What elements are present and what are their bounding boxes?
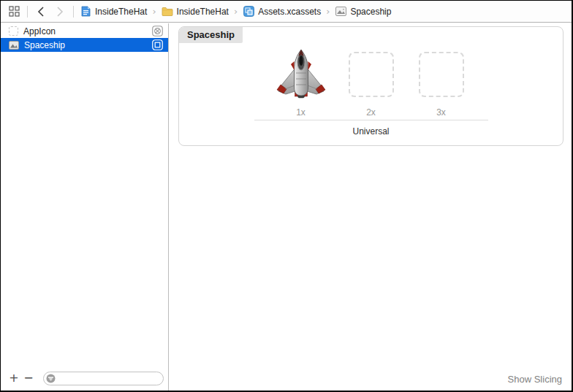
breadcrumb-separator: › [234, 6, 238, 17]
filter-icon [46, 374, 56, 383]
chevron-left-icon [35, 6, 47, 18]
breadcrumb-label: Spaceship [350, 7, 391, 17]
sidebar-item-label: Spaceship [24, 40, 65, 50]
idiom-divider [254, 120, 488, 120]
sidebar-item-label: AppIcon [23, 26, 56, 36]
breadcrumb-label: Assets.xcassets [258, 7, 321, 17]
asset-detail-area: Spaceship [170, 23, 572, 391]
jumpbar-divider [27, 6, 28, 18]
filter-input[interactable] [56, 373, 163, 384]
jumpbar-divider [73, 6, 74, 18]
chevron-right-icon [54, 6, 66, 18]
empty-image-well [349, 52, 394, 97]
image-set-name-chip: Spaceship [179, 27, 243, 43]
scale-label-2x: 2x [349, 107, 394, 118]
image-set-card: Spaceship [178, 26, 563, 146]
breadcrumb-separator: › [152, 6, 156, 17]
related-items-button[interactable] [7, 4, 21, 19]
add-asset-button[interactable]: + [7, 372, 21, 385]
folder-icon [162, 6, 173, 18]
breadcrumb-project[interactable]: InsideTheHat [80, 6, 147, 18]
scale-slots-row: 1x 2x 3x [179, 52, 563, 97]
image-set-thumb-icon [9, 41, 19, 50]
image-icon [335, 6, 346, 18]
breadcrumb-label: InsideTheHat [177, 7, 229, 17]
navigate-forward-button[interactable] [53, 4, 67, 19]
asset-catalog-icon [243, 6, 254, 18]
xcode-asset-catalog-window: InsideTheHat › InsideTheHat › Assets.xc [0, 0, 573, 392]
breadcrumb-label: InsideTheHat [95, 7, 147, 17]
image-set-badge [152, 39, 163, 50]
slot-2x[interactable]: 2x [349, 52, 394, 97]
idiom-label: Universal [179, 126, 563, 137]
sidebar-item-appicon[interactable]: AppIcon [1, 24, 168, 38]
remove-asset-button[interactable]: − [21, 372, 36, 385]
spaceship-image [275, 48, 327, 102]
breadcrumb-group[interactable]: InsideTheHat [162, 6, 229, 18]
breadcrumb-image-set[interactable]: Spaceship [335, 6, 391, 18]
project-file-icon [80, 6, 91, 18]
breadcrumb-asset-catalog[interactable]: Assets.xcassets [243, 6, 321, 18]
empty-image-well [419, 52, 464, 97]
navigate-back-button[interactable] [34, 4, 48, 19]
asset-list-sidebar: AppIcon Spaceship [1, 23, 169, 391]
show-slicing-button[interactable]: Show Slicing [508, 374, 562, 385]
slot-3x[interactable]: 3x [419, 52, 464, 97]
sidebar-item-spaceship[interactable]: Spaceship [1, 38, 168, 52]
breadcrumb-separator: › [326, 6, 330, 17]
scale-label-3x: 3x [419, 107, 464, 118]
sidebar-footer: + − [1, 369, 168, 391]
spaceship-image-well [278, 52, 324, 97]
slot-1x[interactable]: 1x [278, 52, 324, 97]
filter-field[interactable] [43, 372, 164, 385]
app-icon-badge [152, 26, 163, 36]
empty-asset-thumb-icon [9, 26, 18, 36]
jump-bar: InsideTheHat › InsideTheHat › Assets.xc [1, 1, 572, 23]
scale-label-1x: 1x [278, 107, 324, 118]
related-items-icon [8, 6, 20, 18]
